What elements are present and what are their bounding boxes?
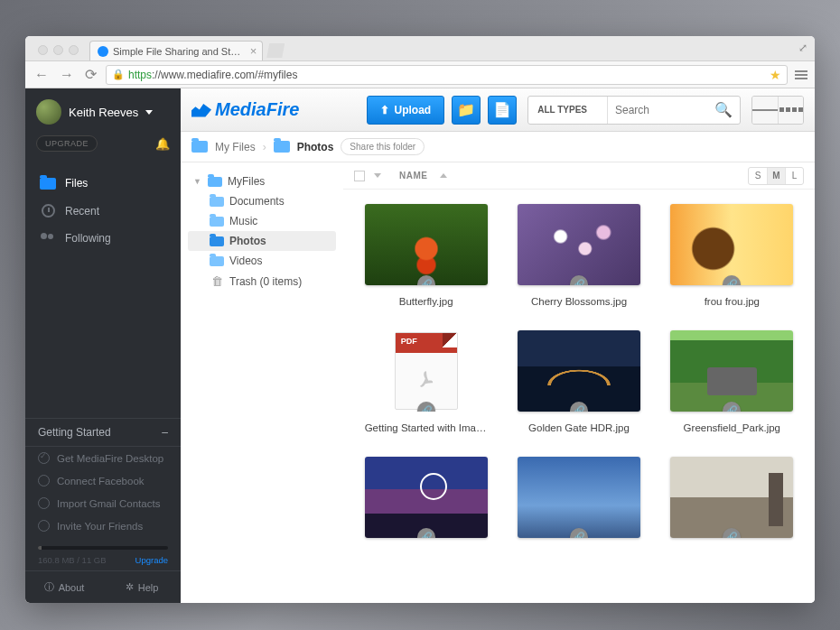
gs-item-label: Invite Your Friends xyxy=(57,521,143,532)
help-icon: ✲ xyxy=(126,581,134,593)
gs-item-facebook[interactable]: Connect Facebook xyxy=(25,469,181,492)
browser-menu-icon[interactable] xyxy=(795,70,807,79)
forward-button[interactable]: → xyxy=(58,67,76,83)
file-thumbnail[interactable]: 🔗 xyxy=(670,330,793,412)
file-card[interactable]: 🔗Golden Gate HDR.jpg xyxy=(512,330,645,433)
fullscreen-icon[interactable]: ⤢ xyxy=(798,42,807,54)
search-group: ALL TYPES 🔍 xyxy=(527,96,741,125)
link-badge-icon[interactable]: 🔗 xyxy=(417,528,435,538)
user-name: Keith Reeves xyxy=(69,106,138,119)
folder-icon xyxy=(210,236,224,246)
share-folder-button[interactable]: Share this folder xyxy=(341,138,425,155)
search-input[interactable] xyxy=(608,104,707,116)
file-thumbnail[interactable]: 🔗 xyxy=(518,330,640,412)
bell-icon[interactable]: 🔔 xyxy=(155,137,170,151)
storage-bar xyxy=(38,546,168,550)
gs-item-label: Import Gmail Contacts xyxy=(57,498,160,509)
trash-icon: 🗑 xyxy=(210,274,224,288)
file-thumbnail[interactable]: 🔗 xyxy=(365,204,488,285)
help-link[interactable]: ✲Help xyxy=(103,571,181,603)
upload-button[interactable]: ⬆ Upload xyxy=(367,96,445,125)
upload-label: Upload xyxy=(395,104,432,116)
gs-item-desktop[interactable]: Get MediaFire Desktop xyxy=(25,447,181,469)
user-menu[interactable]: Keith Reeves xyxy=(25,88,181,135)
link-badge-icon[interactable]: 🔗 xyxy=(723,402,741,412)
column-header-name[interactable]: NAME xyxy=(399,171,427,181)
link-badge-icon[interactable]: 🔗 xyxy=(723,528,741,538)
reload-button[interactable]: ⟳ xyxy=(83,66,98,83)
file-type-filter[interactable]: ALL TYPES xyxy=(528,97,608,124)
link-badge-icon[interactable]: 🔗 xyxy=(723,275,741,285)
main-panel: MediaFire ⬆ Upload 📁 📄 ALL TYPES 🔍 xyxy=(181,88,815,603)
favicon-icon xyxy=(98,46,108,57)
brand-logo[interactable]: MediaFire xyxy=(191,99,299,120)
browser-tab-bar: Simple File Sharing and St… × ⤢ xyxy=(25,36,815,61)
link-badge-icon[interactable]: 🔗 xyxy=(570,275,588,285)
search-icon[interactable]: 🔍 xyxy=(707,101,740,118)
file-card[interactable]: 🔗Cherry Blossoms.jpg xyxy=(512,204,645,307)
url-protocol: https xyxy=(128,69,152,81)
lock-icon: 🔒 xyxy=(112,69,125,80)
file-card[interactable]: 🔗 xyxy=(359,457,492,549)
tree-item-root[interactable]: ▼MyFiles xyxy=(188,171,336,191)
folder-icon xyxy=(274,141,290,153)
file-card[interactable]: PDF🔗Getting Started with Imag… xyxy=(359,330,492,433)
file-thumbnail[interactable]: 🔗 xyxy=(670,457,793,538)
tree-item-videos[interactable]: Videos xyxy=(188,251,336,271)
gs-item-invite[interactable]: Invite Your Friends xyxy=(25,514,181,537)
file-thumbnail[interactable]: 🔗 xyxy=(365,457,488,538)
tree-item-documents[interactable]: Documents xyxy=(188,191,336,211)
list-view-button[interactable] xyxy=(752,97,778,124)
chevron-right-icon: › xyxy=(263,141,266,153)
link-badge-icon[interactable]: 🔗 xyxy=(417,275,435,285)
thumb-size-s[interactable]: S xyxy=(749,168,767,184)
select-all-checkbox[interactable] xyxy=(354,171,365,181)
sidebar-item-following[interactable]: Following xyxy=(25,225,181,252)
file-card[interactable]: 🔗Butterfly.jpg xyxy=(359,204,492,307)
thumb-size-m[interactable]: M xyxy=(767,168,785,184)
grid-view-button[interactable] xyxy=(778,97,803,124)
file-name: Butterfly.jpg xyxy=(399,296,453,307)
collapse-icon[interactable]: – xyxy=(162,426,168,439)
tree-item-photos[interactable]: Photos xyxy=(188,231,336,251)
file-card[interactable]: 🔗Greensfield_Park.jpg xyxy=(666,330,798,433)
file-thumbnail[interactable]: 🔗 xyxy=(670,204,793,285)
close-window-icon[interactable] xyxy=(38,45,48,55)
link-badge-icon[interactable]: 🔗 xyxy=(570,528,588,538)
sidebar-item-files[interactable]: Files xyxy=(25,170,181,197)
back-button[interactable]: ← xyxy=(33,67,51,83)
upgrade-pill[interactable]: UPGRADE xyxy=(36,135,98,152)
zoom-window-icon[interactable] xyxy=(69,45,79,55)
storage-upgrade-link[interactable]: Upgrade xyxy=(135,555,168,565)
file-card[interactable]: 🔗 xyxy=(512,457,645,549)
window-controls[interactable] xyxy=(31,38,86,60)
file-thumbnail[interactable]: 🔗 xyxy=(518,457,640,538)
collapse-icon[interactable]: ▼ xyxy=(193,177,202,186)
getting-started-header[interactable]: Getting Started – xyxy=(25,418,181,447)
list-icon xyxy=(752,97,778,124)
sort-menu-icon[interactable] xyxy=(374,173,381,178)
sort-asc-icon xyxy=(440,173,447,178)
close-tab-icon[interactable]: × xyxy=(250,44,257,58)
sidebar-item-recent[interactable]: Recent xyxy=(25,197,181,225)
file-card[interactable]: 🔗 xyxy=(666,457,798,549)
thumb-size-l[interactable]: L xyxy=(785,168,803,184)
gs-item-gmail[interactable]: Import Gmail Contacts xyxy=(25,492,181,514)
tree-item-music[interactable]: Music xyxy=(188,211,336,231)
link-badge-icon[interactable]: 🔗 xyxy=(570,402,588,412)
browser-tab[interactable]: Simple File Sharing and St… × xyxy=(89,41,263,60)
getting-started-panel: Getting Started – Get MediaFire Desktop … xyxy=(25,418,181,603)
tree-item-trash[interactable]: 🗑Trash (0 items) xyxy=(188,271,336,292)
breadcrumb-root[interactable]: My Files xyxy=(215,141,256,153)
new-folder-button[interactable]: 📁 xyxy=(452,96,481,125)
new-tab-button[interactable] xyxy=(266,43,285,58)
bookmark-star-icon[interactable]: ★ xyxy=(770,68,781,82)
circle-icon xyxy=(38,497,50,509)
minimize-window-icon[interactable] xyxy=(53,45,63,55)
file-thumbnail[interactable]: 🔗 xyxy=(518,204,640,285)
address-bar[interactable]: 🔒 https ://www.mediafire.com /#myfiles ★ xyxy=(106,65,788,85)
new-file-button[interactable]: 📄 xyxy=(488,96,517,125)
file-card[interactable]: 🔗frou frou.jpg xyxy=(666,204,798,307)
about-link[interactable]: ⓘAbout xyxy=(25,571,103,603)
file-thumbnail[interactable]: PDF🔗 xyxy=(365,330,488,412)
